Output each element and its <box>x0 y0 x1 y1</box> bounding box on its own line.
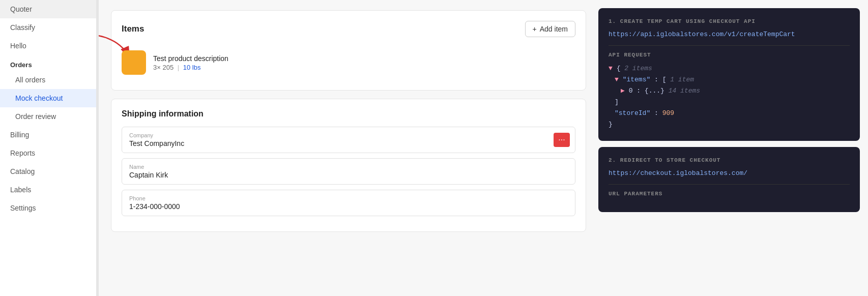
items-card: Items + Add item Test product descriptio… <box>111 10 586 91</box>
product-name: Test product description <box>153 54 575 63</box>
items-title: Items <box>122 24 144 34</box>
phone-value: 1-234-000-0000 <box>129 202 180 211</box>
name-label: Name <box>129 164 568 170</box>
api-panel-2: 2. REDIRECT TO STORE CHECKOUT https://ch… <box>598 147 860 212</box>
sidebar-item-label: Settings <box>10 204 36 212</box>
product-thumbnail <box>122 50 146 75</box>
company-action-button[interactable]: ··· <box>554 133 570 147</box>
sidebar-item-label: Quoter <box>10 5 32 13</box>
right-panel: 1. CREATE TEMP CART USING CHECKOUT API h… <box>598 0 868 296</box>
sidebar-item-label: Reports <box>10 149 35 157</box>
meta-separator: | <box>178 64 179 71</box>
api-panel-1: 1. CREATE TEMP CART USING CHECKOUT API h… <box>598 8 860 141</box>
company-label: Company <box>129 132 568 138</box>
shipping-card: Shipping information Company Test Compan… <box>111 99 586 232</box>
collapse-icon-1[interactable]: ▼ <box>609 65 613 72</box>
divider-2 <box>609 184 850 185</box>
sidebar-item-label: Labels <box>10 186 31 194</box>
code-line-4: ] <box>609 97 850 108</box>
divider-1 <box>609 45 850 46</box>
api-url-2: https://checkout.iglobalstores.com/ <box>609 169 850 177</box>
code-block-1: ▼ { 2 items ▼ "items" : [ 1 item ▶ 0 : {… <box>609 63 850 131</box>
plus-icon: + <box>533 25 537 33</box>
sidebar-item-label: Catalog <box>10 167 35 175</box>
add-item-button[interactable]: + Add item <box>525 21 575 37</box>
url-params-title: URL PARAMETERS <box>609 191 850 197</box>
sidebar-item-label: Mock checkout <box>15 94 63 102</box>
product-quantity: 3× 205 <box>153 64 173 71</box>
api-url-1: https://api.iglobalstores.com/v1/createT… <box>609 31 850 38</box>
name-field: Name Captain Kirk <box>122 158 575 185</box>
expand-icon-1[interactable]: ▶ <box>621 87 625 95</box>
product-info: Test product description 3× 205 | 10 lbs <box>153 54 575 71</box>
main-content: Items + Add item Test product descriptio… <box>99 0 598 296</box>
phone-label: Phone <box>129 195 568 201</box>
code-line-2: ▼ "items" : [ 1 item <box>609 74 850 85</box>
product-item: Test product description 3× 205 | 10 lbs <box>122 45 575 80</box>
name-value: Captain Kirk <box>129 171 168 179</box>
items-header: Items + Add item <box>122 21 575 37</box>
product-weight: 10 lbs <box>183 64 201 71</box>
api-step-2-title: 2. REDIRECT TO STORE CHECKOUT <box>609 157 850 163</box>
api-request-title: API REQUEST <box>609 52 850 58</box>
sidebar-item-classify[interactable]: Classify <box>0 18 96 37</box>
sidebar-section-orders: Orders <box>0 55 96 71</box>
api-step-1-title: 1. CREATE TEMP CART USING CHECKOUT API <box>609 18 850 24</box>
sidebar-item-reports[interactable]: Reports <box>0 144 96 162</box>
sidebar-item-label: Hello <box>10 42 26 50</box>
sidebar-item-order-review[interactable]: Order review <box>0 107 96 126</box>
shipping-title: Shipping information <box>122 109 575 119</box>
code-line-6: } <box>609 119 850 130</box>
collapse-icon-2[interactable]: ▼ <box>615 76 619 83</box>
add-item-label: Add item <box>540 25 568 33</box>
company-field: Company Test CompanyInc ··· <box>122 127 575 153</box>
sidebar-item-label: Order review <box>15 112 56 121</box>
sidebar-item-label: Classify <box>10 23 35 32</box>
sidebar: Quoter Classify Hello Orders All orders … <box>0 0 97 296</box>
sidebar-item-label: Billing <box>10 131 29 139</box>
sidebar-item-mock-checkout[interactable]: Mock checkout <box>0 89 96 107</box>
sidebar-item-hello[interactable]: Hello <box>0 37 96 55</box>
code-line-3: ▶ 0 : {...} 14 items <box>609 85 850 97</box>
sidebar-item-catalog[interactable]: Catalog <box>0 162 96 181</box>
sidebar-item-billing[interactable]: Billing <box>0 126 96 144</box>
code-line-5: "storeId" : 909 <box>609 108 850 119</box>
code-line-1: ▼ { 2 items <box>609 63 850 74</box>
sidebar-item-quoter[interactable]: Quoter <box>0 0 96 18</box>
product-meta: 3× 205 | 10 lbs <box>153 64 575 71</box>
sidebar-item-label: All orders <box>15 76 45 84</box>
sidebar-item-labels[interactable]: Labels <box>0 181 96 199</box>
company-value: Test CompanyInc <box>129 139 184 147</box>
phone-field: Phone 1-234-000-0000 <box>122 190 575 216</box>
dots-icon: ··· <box>558 135 565 144</box>
sidebar-item-settings[interactable]: Settings <box>0 199 96 217</box>
sidebar-item-all-orders[interactable]: All orders <box>0 71 96 89</box>
